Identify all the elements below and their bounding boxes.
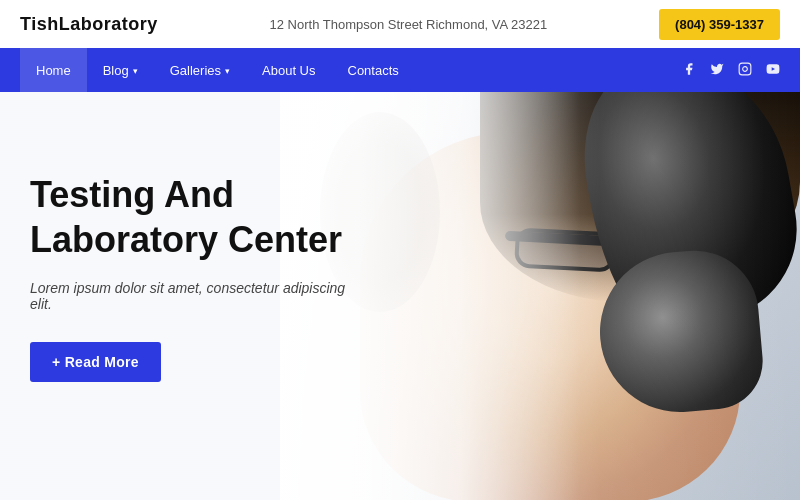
nav-links: Home Blog ▾ Galleries ▾ About Us Contact…: [20, 48, 415, 92]
nav-item-blog[interactable]: Blog ▾: [87, 48, 154, 92]
nav-item-contacts[interactable]: Contacts: [332, 48, 415, 92]
nav-bar: Home Blog ▾ Galleries ▾ About Us Contact…: [0, 48, 800, 92]
nav-item-galleries[interactable]: Galleries ▾: [154, 48, 246, 92]
read-more-button[interactable]: + Read More: [30, 342, 161, 382]
instagram-icon[interactable]: [738, 62, 752, 79]
social-icons: [682, 62, 780, 79]
hero-content: Testing And Laboratory Center Lorem ipsu…: [0, 92, 400, 422]
nav-item-home[interactable]: Home: [20, 48, 87, 92]
youtube-icon[interactable]: [766, 62, 780, 79]
nav-item-about[interactable]: About Us: [246, 48, 331, 92]
hero-title: Testing And Laboratory Center: [30, 172, 370, 262]
hero-section: Testing And Laboratory Center Lorem ipsu…: [0, 92, 800, 500]
chevron-down-icon: ▾: [225, 66, 230, 76]
phone-button[interactable]: (804) 359-1337: [659, 9, 780, 40]
site-logo: TishLaboratory: [20, 14, 158, 35]
twitter-icon[interactable]: [710, 62, 724, 79]
top-bar: TishLaboratory 12 North Thompson Street …: [0, 0, 800, 48]
chevron-down-icon: ▾: [133, 66, 138, 76]
site-address: 12 North Thompson Street Richmond, VA 23…: [270, 17, 548, 32]
svg-rect-0: [739, 63, 751, 75]
hero-subtitle: Lorem ipsum dolor sit amet, consectetur …: [30, 280, 370, 312]
facebook-icon[interactable]: [682, 62, 696, 79]
